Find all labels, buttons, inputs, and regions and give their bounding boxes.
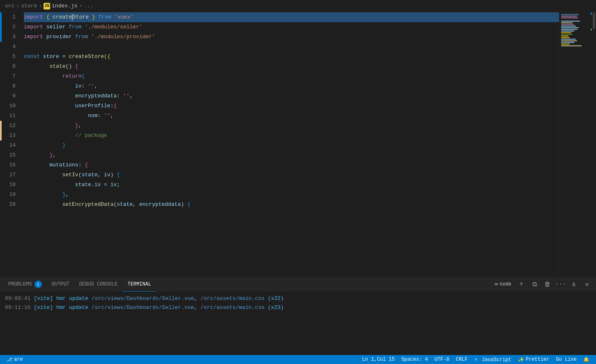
breadcrumb: src › store › JS index.js › ... [0,0,596,12]
node-label-container: ⌨ node [492,279,514,290]
code-line-4 [24,42,559,52]
line-num-14: 14 [5,141,16,150]
go-live-label: Go Live [556,357,577,362]
line-num-7: 7 [5,71,16,81]
line-num-19: 19 [5,190,16,200]
status-right: Ln 1 , Col 15 Spaces: 4 UTF-8 CRLF ⚡ Jav… [359,355,593,364]
status-line-ending[interactable]: CRLF [453,355,471,364]
line-num-2: 2 [5,22,16,32]
status-branch[interactable]: ⎇ are [3,355,26,364]
node-label: node [499,281,511,287]
code-line-19: } , [24,190,559,200]
go-live-icon: ⚡ [474,357,477,363]
editor-scrollbar[interactable] [592,12,596,277]
status-encoding-label: UTF-8 [435,357,449,362]
terminal-count-1: (x22) [268,294,284,303]
tab-terminal-label: TERMINAL [127,281,151,287]
code-line-5: const store = createStore ( { [24,52,559,62]
status-line-ending-label: CRLF [456,357,468,362]
split-terminal-button[interactable]: ⧉ [529,279,540,290]
code-line-1: import { createStore } from 'vuex' [24,12,559,22]
status-prettier[interactable]: ✨ Prettier [515,355,553,364]
terminal-path2-2: /src/assets/main.css [200,303,265,312]
close-panel-button[interactable]: ✕ [581,279,593,290]
terminal-vite-1: [vite] [34,294,53,303]
code-line-6: state () { [24,62,559,71]
problems-badge: 1 [35,281,42,288]
code-line-11: nom : '' , [24,111,559,121]
tab-output[interactable]: OUTPUT [47,277,74,292]
terminal-update-2: update [69,303,88,312]
tab-debug-console[interactable]: DEBUG CONSOLE [74,277,123,292]
code-line-15: } , [24,150,559,160]
line-numbers: 1 2 3 4 5 6 7 8 9 10 11 12 13 14 15 16 1… [2,12,22,277]
terminal-line-1: 09:09:41 [vite] hmr update /src/views/Da… [5,294,591,303]
status-language[interactable]: ⚡ JavaScript [471,355,515,364]
panel-actions: ⌨ node + ⧉ 🗑 ··· ∧ ✕ [492,279,593,290]
terminal-count-2: (x23) [268,303,284,312]
status-encoding[interactable]: UTF-8 [431,355,453,364]
terminal-time-1: 09:09:41 [5,294,30,303]
status-prettier-label: Prettier [526,357,550,362]
status-notifications[interactable]: 🔔 [580,355,593,364]
delete-terminal-button[interactable]: 🗑 [542,279,553,290]
code-line-10: userProfile : { [24,101,559,111]
line-num-15: 15 [5,150,16,160]
maximize-panel-button[interactable]: ∧ [568,279,580,290]
terminal-icon: ⌨ [495,281,498,288]
status-spaces[interactable]: Spaces: 4 [398,355,431,364]
scrollbar-thumb[interactable] [593,12,595,29]
panel-tabs: PROBLEMS 1 OUTPUT DEBUG CONSOLE TERMINAL… [0,277,596,292]
line-num-6: 6 [5,62,16,71]
code-createstore: create [53,12,72,22]
terminal-path1-2: /src/views/Dashboards/Seller.vue [92,303,194,312]
bell-icon: 🔔 [583,357,589,363]
breadcrumb-sep2: › [39,3,42,9]
breadcrumb-store[interactable]: store [21,3,37,9]
breadcrumb-src[interactable]: src [5,3,14,9]
line-num-1: 1 [5,12,16,22]
status-left: ⎇ are [3,355,26,364]
line-num-12: 12 [5,121,16,131]
branch-icon: ⎇ [7,357,12,363]
code-line-7: return { [24,71,559,81]
code-line-8: iv : '' , [24,81,559,91]
status-language-label: ⚡ JavaScript [474,357,511,363]
line-num-3: 3 [5,32,16,42]
terminal-line-2: 09:11:16 [vite] hmr update /src/views/Da… [5,303,591,312]
tab-problems[interactable]: PROBLEMS 1 [3,277,47,292]
more-actions-button[interactable]: ··· [555,279,566,290]
status-ln-col[interactable]: Ln 1 , Col 15 [359,355,398,364]
add-terminal-button[interactable]: + [515,279,527,290]
status-col: Col 15 [377,357,395,362]
line-num-16: 16 [5,160,16,170]
editor-container: 1 2 3 4 5 6 7 8 9 10 11 12 13 14 15 16 1… [0,12,596,277]
tab-debug-label: DEBUG CONSOLE [79,281,118,287]
code-line-2: import seller from './modules/seller' [24,22,559,32]
code-line-14: } [24,141,559,150]
line-num-8: 8 [5,81,16,91]
code-line-9: encrypteddata : '' , [24,91,559,101]
terminal-update-1: update [69,294,88,303]
code-area[interactable]: import { createStore } from 'vuex' impor… [22,12,559,277]
line-num-13: 13 [5,131,16,141]
breadcrumb-file[interactable]: index.js [52,3,77,9]
prettier-icon: ✨ [518,357,524,363]
terminal-time-2: 09:11:16 [5,303,30,312]
status-go-live[interactable]: Go Live [553,355,580,364]
breadcrumb-sep3: › [79,3,82,9]
terminal-hmr-1: hmr [56,294,66,303]
line-num-5: 5 [5,52,16,62]
terminal-content[interactable]: 09:09:41 [vite] hmr update /src/views/Da… [0,292,596,355]
line-num-4: 4 [5,42,16,52]
terminal-vite-2: [vite] [34,303,53,312]
minimap-content [559,12,592,277]
line-num-11: 11 [5,111,16,121]
tab-terminal[interactable]: TERMINAL [122,277,156,292]
tab-problems-label: PROBLEMS [8,281,32,287]
minimap [559,12,592,277]
breadcrumb-sep1: › [16,3,19,9]
breadcrumb-ellipsis: ... [84,3,93,9]
code-line-3: import provider from './modules/provider… [24,32,559,42]
code-line-16: mutations : { [24,160,559,170]
